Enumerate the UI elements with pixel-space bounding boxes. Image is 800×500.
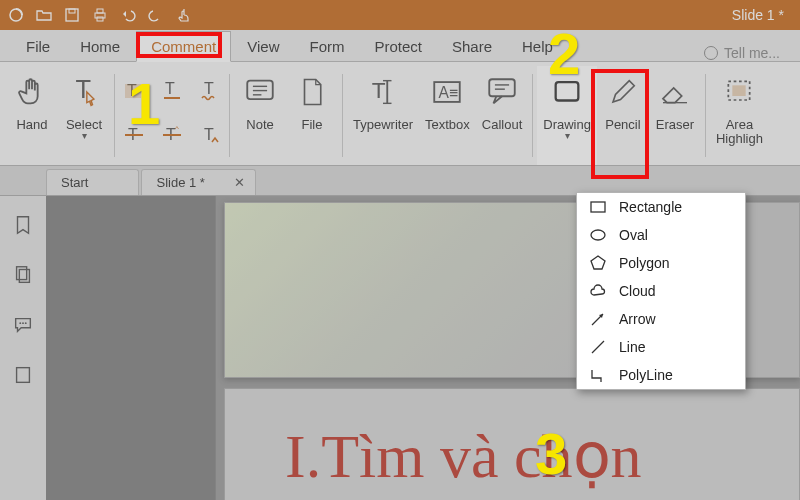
- ribbon-separator: [342, 74, 343, 157]
- slide-preview-2: I.Tìm và chọn: [224, 388, 800, 500]
- ribbon-select-button[interactable]: T Select ▾: [58, 66, 110, 165]
- menu-item-label: Oval: [619, 227, 648, 243]
- svg-text:T: T: [76, 75, 92, 103]
- svg-point-38: [22, 322, 24, 324]
- ribbon-eraser-button[interactable]: Eraser: [649, 66, 701, 165]
- ribbon-area-highlight-label: Area Highligh: [716, 118, 763, 147]
- ribbon-file-button[interactable]: File: [286, 66, 338, 165]
- close-icon[interactable]: ✕: [234, 175, 245, 190]
- drawing-menu-line[interactable]: Line: [577, 333, 745, 361]
- titlebar-doc-name: Slide 1 *: [732, 7, 792, 23]
- ribbon-textbox-button[interactable]: A≡ Textbox: [419, 66, 476, 165]
- drawing-menu-arrow[interactable]: Arrow: [577, 305, 745, 333]
- ribbon-separator: [114, 74, 115, 157]
- ribbon-area-highlight-button[interactable]: Area Highligh: [710, 66, 769, 165]
- svg-rect-34: [733, 85, 746, 96]
- chevron-down-icon[interactable]: ▾: [82, 130, 87, 141]
- svg-rect-36: [19, 270, 29, 283]
- ribbon-typewriter-label: Typewriter: [353, 118, 413, 132]
- svg-rect-41: [591, 202, 605, 212]
- squiggly-icon[interactable]: T: [195, 72, 225, 110]
- menu-item-label: Rectangle: [619, 199, 682, 215]
- ribbon-pencil-label: Pencil: [605, 118, 640, 132]
- menu-item-label: PolyLine: [619, 367, 673, 383]
- annotation-step-3: 3: [535, 420, 567, 487]
- doctab-label: Start: [61, 175, 88, 190]
- cloud-icon: [589, 282, 607, 300]
- svg-rect-1: [66, 9, 78, 21]
- svg-marker-43: [591, 256, 605, 269]
- ribbon-eraser-label: Eraser: [656, 118, 694, 132]
- menu-tab-share[interactable]: Share: [438, 32, 506, 61]
- menu-item-label: Cloud: [619, 283, 656, 299]
- tell-me-search[interactable]: Tell me...: [704, 45, 788, 61]
- print-icon[interactable]: [92, 7, 108, 23]
- ribbon-callout-button[interactable]: Callout: [476, 66, 528, 165]
- menu-tab-protect[interactable]: Protect: [360, 32, 436, 61]
- save-icon[interactable]: [64, 7, 80, 23]
- rectangle-icon: [589, 198, 607, 216]
- svg-point-39: [25, 322, 27, 324]
- doctab-start[interactable]: Start: [46, 169, 139, 195]
- thumbnail-panel[interactable]: [46, 196, 216, 500]
- svg-rect-35: [17, 267, 27, 280]
- svg-text:T: T: [204, 80, 214, 97]
- attachments-icon[interactable]: [12, 364, 34, 390]
- ribbon-note-button[interactable]: Note: [234, 66, 286, 165]
- polygon-icon: [589, 254, 607, 272]
- svg-rect-28: [489, 79, 515, 96]
- ribbon-pencil-button[interactable]: Pencil: [597, 66, 649, 165]
- lightbulb-icon: [704, 46, 718, 60]
- app-logo-icon: [8, 7, 24, 23]
- drawing-menu-rectangle[interactable]: Rectangle: [577, 193, 745, 221]
- arrow-icon: [589, 310, 607, 328]
- svg-text:^: ^: [175, 124, 179, 133]
- svg-rect-40: [17, 368, 30, 383]
- insert-text-icon[interactable]: T: [195, 116, 225, 154]
- slide-content-text: I.Tìm và chọn: [285, 419, 642, 492]
- ribbon-hand-button[interactable]: Hand: [6, 66, 58, 165]
- ribbon-hand-label: Hand: [16, 118, 47, 132]
- svg-point-42: [591, 230, 605, 240]
- chevron-down-icon[interactable]: ▾: [565, 130, 570, 141]
- undo-icon[interactable]: [120, 7, 136, 23]
- drawing-menu-polyline[interactable]: PolyLine: [577, 361, 745, 389]
- ribbon-callout-label: Callout: [482, 118, 522, 132]
- drawing-dropdown-menu: Rectangle Oval Polygon Cloud Arrow Line …: [576, 192, 746, 390]
- doctab-slide1[interactable]: Slide 1 *✕: [141, 169, 255, 195]
- menu-tab-file[interactable]: File: [12, 32, 64, 61]
- line-icon: [589, 338, 607, 356]
- menu-item-label: Arrow: [619, 311, 656, 327]
- menubar: File Home Comment View Form Protect Shar…: [0, 30, 800, 62]
- open-icon[interactable]: [36, 7, 52, 23]
- side-toolbar: [0, 196, 46, 500]
- pages-icon[interactable]: [12, 264, 34, 290]
- ribbon-separator: [532, 74, 533, 157]
- svg-line-46: [592, 341, 604, 353]
- svg-text:A≡: A≡: [439, 84, 458, 101]
- drawing-menu-cloud[interactable]: Cloud: [577, 277, 745, 305]
- svg-point-37: [19, 322, 21, 324]
- comments-icon[interactable]: [12, 314, 34, 340]
- menu-tab-form[interactable]: Form: [295, 32, 358, 61]
- redo-icon[interactable]: [148, 7, 164, 23]
- bookmark-icon[interactable]: [12, 214, 34, 240]
- menu-item-label: Polygon: [619, 255, 670, 271]
- drawing-menu-polygon[interactable]: Polygon: [577, 249, 745, 277]
- drawing-menu-oval[interactable]: Oval: [577, 221, 745, 249]
- menu-tab-view[interactable]: View: [233, 32, 293, 61]
- touch-icon[interactable]: [176, 7, 192, 23]
- ribbon: Hand T Select ▾ T T T T T^ T Note File T…: [0, 62, 800, 166]
- replace-text-icon[interactable]: T^: [157, 116, 187, 154]
- ribbon-separator: [705, 74, 706, 157]
- svg-rect-4: [97, 9, 103, 13]
- tell-me-placeholder: Tell me...: [724, 45, 780, 61]
- svg-text:T: T: [165, 80, 175, 97]
- menu-tab-comment[interactable]: Comment: [136, 31, 231, 62]
- ribbon-typewriter-button[interactable]: T Typewriter: [347, 66, 419, 165]
- doctab-label: Slide 1 *: [156, 175, 204, 190]
- menu-tab-home[interactable]: Home: [66, 32, 134, 61]
- menu-item-label: Line: [619, 339, 645, 355]
- underline-icon[interactable]: T: [157, 72, 187, 110]
- ribbon-file-label: File: [302, 118, 323, 132]
